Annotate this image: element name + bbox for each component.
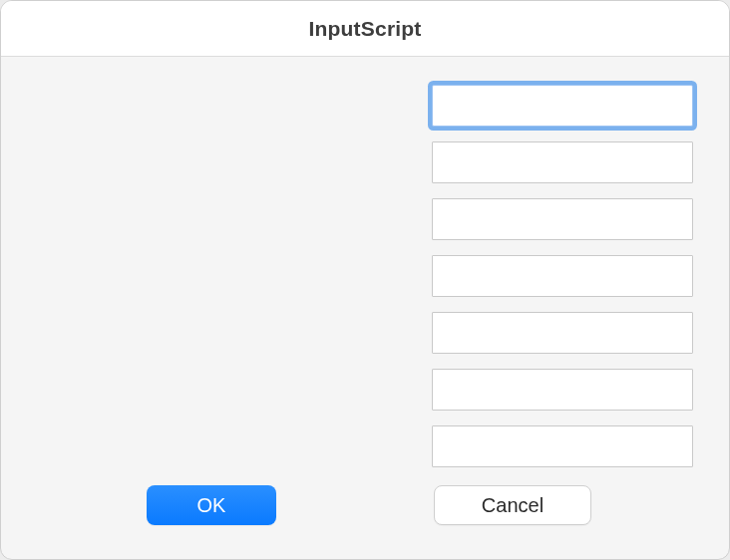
content-area (1, 57, 729, 479)
input-field-6[interactable] (432, 369, 693, 411)
cancel-button[interactable]: Cancel (434, 485, 591, 525)
fields-column (432, 85, 693, 467)
input-field-1[interactable] (432, 85, 693, 127)
input-field-5[interactable] (432, 312, 693, 354)
input-field-3[interactable] (432, 198, 693, 240)
input-field-7[interactable] (432, 425, 693, 467)
input-field-4[interactable] (432, 255, 693, 297)
window-title: InputScript (308, 17, 421, 41)
ok-button[interactable]: OK (147, 485, 276, 525)
dialog-window: InputScript OK Cancel (0, 0, 730, 560)
titlebar: InputScript (1, 1, 729, 57)
footer: OK Cancel (1, 479, 729, 559)
input-field-2[interactable] (432, 141, 693, 183)
